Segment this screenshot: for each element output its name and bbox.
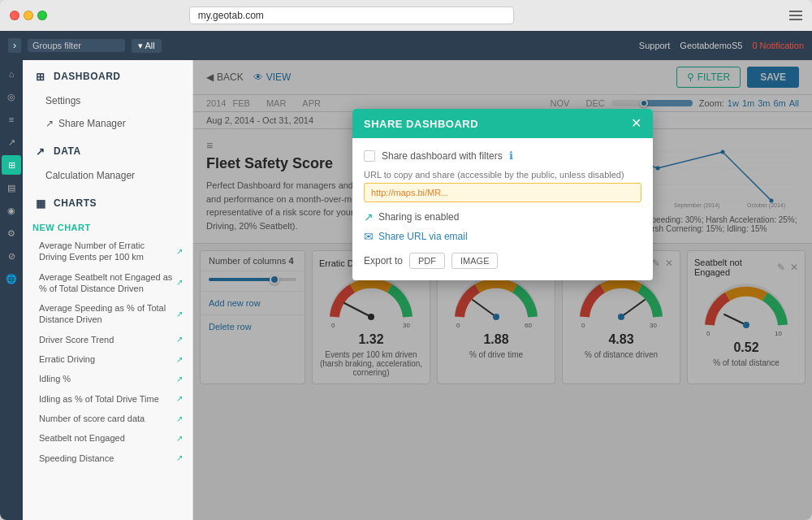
calc-label: Calculation Manager — [45, 170, 135, 181]
modal-overlay[interactable]: SHARE DASHBOARD ✕ Share dashboard with f… — [193, 60, 812, 520]
filter-all-btn[interactable]: ▾ All — [132, 39, 162, 53]
chart-idling-pct-label: Idling as % of Total Drive Time — [39, 393, 176, 405]
chart-seatbelt-ne-label: Seatbelt not Engaged — [39, 432, 176, 444]
export-label: Export to — [364, 255, 403, 266]
dot-yellow[interactable] — [24, 11, 33, 20]
sharing-status-icon: ↗ — [364, 210, 374, 223]
chart-item-erratic-driving[interactable]: Erratic Driving ↗ — [23, 349, 192, 369]
sidebar-item-calculation[interactable]: Calculation Manager — [23, 164, 192, 187]
main-content: ◀ BACK 👁 VIEW ⚲ FILTER SAVE 2014 — [193, 60, 812, 520]
chart-item-scorecard[interactable]: Number of score card data ↗ — [23, 409, 192, 428]
dashboard-icon: ⊞ — [32, 68, 49, 84]
icon-gear[interactable]: ⚙ — [2, 223, 21, 243]
modal-close-btn[interactable]: ✕ — [631, 117, 641, 130]
dashboard-label: DASHBOARD — [54, 71, 121, 82]
chart-driver-label: Driver Score Trend — [39, 334, 176, 345]
charts-label: CHARTS — [54, 197, 97, 209]
chart-speeding-avg-icon: ↗ — [176, 309, 183, 319]
chart-item-seatbelt[interactable]: Average Seatbelt not Engaged as % of Tot… — [23, 267, 192, 299]
chart-speeding-dist-label: Speeding Distance — [39, 453, 176, 464]
chart-scorecard-label: Number of score card data — [39, 413, 176, 424]
address-bar[interactable]: my.geotab.com — [189, 6, 514, 24]
browser-menu-icon[interactable] — [789, 11, 802, 20]
chart-item-speeding-dist[interactable]: Speeding Distance ↗ — [23, 448, 192, 468]
modal-url-row: URL to copy and share (accessible by the… — [364, 170, 641, 202]
share-manager-label: Share Manager — [58, 118, 126, 129]
chart-erratic-icon: ↗ — [176, 246, 183, 257]
data-icon: ↗ — [32, 143, 49, 159]
notifications-badge[interactable]: 0 Notification — [752, 41, 804, 50]
share-email-row[interactable]: ✉ Share URL via email — [364, 230, 641, 243]
dot-red[interactable] — [10, 11, 19, 20]
chart-driver-icon: ↗ — [176, 334, 183, 344]
url-label: URL to copy and share (accessible by the… — [364, 170, 641, 180]
charts-section-header: ▦ CHARTS — [23, 187, 192, 216]
sidebar-icons: ⌂ ◎ ≡ ↗ ⊞ ▤ ◉ ⚙ ⊘ 🌐 — [0, 60, 23, 520]
export-pdf-btn[interactable]: PDF — [409, 253, 445, 269]
dot-green[interactable] — [37, 11, 47, 20]
chart-erratic-driving-label: Erratic Driving — [39, 353, 176, 365]
modal-header: SHARE DASHBOARD ✕ — [352, 109, 653, 138]
chart-idling-label: Idling % — [39, 373, 176, 384]
browser-dots — [10, 11, 47, 20]
dashboard-section-header: ⊞ DASHBOARD — [23, 60, 192, 89]
share-filters-row: Share dashboard with filters ℹ — [364, 150, 641, 162]
icon-data[interactable]: ▤ — [2, 178, 21, 197]
chart-item-idling[interactable]: Idling % ↗ — [23, 369, 192, 388]
username: GeotabdemoS5 — [680, 41, 742, 50]
sidebar-item-share-manager[interactable]: ↗ Share Manager — [23, 112, 192, 135]
app-container: ⌂ ◎ ≡ ↗ ⊞ ▤ ◉ ⚙ ⊘ 🌐 ⊞ DASHBOARD Settings… — [0, 60, 812, 520]
chart-idling-pct-icon: ↗ — [176, 393, 183, 404]
chart-item-driver-score[interactable]: Driver Score Trend ↗ — [23, 330, 192, 349]
chart-erratic-driving-icon: ↗ — [176, 354, 183, 365]
share-filters-checkbox[interactable] — [364, 150, 375, 162]
support-link[interactable]: Support — [639, 41, 671, 50]
data-label: DATA — [54, 145, 81, 157]
data-section-header: ↗ DATA — [23, 135, 192, 164]
icon-chart[interactable]: ◎ — [2, 87, 21, 106]
chart-speeding-dist-icon: ↗ — [176, 453, 183, 463]
icon-share[interactable]: ↗ — [2, 132, 21, 152]
sidebar-menu: ⊞ DASHBOARD Settings ↗ Share Manager ↗ D… — [23, 60, 193, 520]
share-icon: ↗ — [45, 118, 54, 129]
info-icon[interactable]: ℹ — [509, 150, 513, 162]
sharing-status: ↗ Sharing is enabled — [364, 210, 641, 223]
icon-circle[interactable]: ◉ — [2, 201, 21, 220]
top-nav: › Groups filter ▾ All Support Geotabdemo… — [0, 31, 812, 60]
sidebar-item-settings[interactable]: Settings — [23, 89, 192, 112]
icon-bars[interactable]: ≡ — [2, 110, 21, 129]
groups-filter-input[interactable]: Groups filter — [28, 39, 125, 52]
share-filters-label: Share dashboard with filters — [382, 150, 503, 162]
icon-globe[interactable]: 🌐 — [2, 269, 21, 288]
export-image-btn[interactable]: IMAGE — [451, 253, 498, 269]
chart-seatbelt-icon: ↗ — [176, 277, 183, 288]
share-email-label: Share URL via email — [378, 231, 468, 242]
icon-ban[interactable]: ⊘ — [2, 246, 21, 266]
icon-home[interactable]: ⌂ — [2, 64, 21, 84]
charts-icon: ▦ — [32, 195, 49, 211]
chart-seatbelt-ne-icon: ↗ — [176, 433, 183, 444]
icon-dashboard-active[interactable]: ⊞ — [2, 155, 21, 175]
url-box[interactable]: http://maps.bi/MR... — [364, 183, 641, 202]
new-chart-label[interactable]: NEW CHART — [23, 216, 192, 236]
settings-label: Settings — [45, 95, 80, 106]
email-icon: ✉ — [364, 230, 374, 243]
chart-scorecard-icon: ↗ — [176, 414, 183, 424]
top-nav-right: Support GeotabdemoS5 0 Notification — [639, 41, 804, 50]
chart-item-erratic[interactable]: Average Number of Erratic Driving Events… — [23, 236, 192, 267]
modal-export-row: Export to PDF IMAGE — [364, 253, 641, 269]
sharing-status-label: Sharing is enabled — [378, 211, 459, 223]
modal-title: SHARE DASHBOARD — [364, 118, 478, 130]
chart-item-speeding-avg[interactable]: Average Speeding as % of Total Distance … — [23, 298, 192, 330]
chart-erratic-label: Average Number of Erratic Driving Events… — [39, 240, 176, 263]
chart-item-idling-pct[interactable]: Idling as % of Total Drive Time ↗ — [23, 389, 192, 409]
chart-item-seatbelt-ne[interactable]: Seatbelt not Engaged ↗ — [23, 428, 192, 448]
nav-arrow[interactable]: › — [8, 38, 21, 53]
share-dashboard-modal: SHARE DASHBOARD ✕ Share dashboard with f… — [352, 109, 653, 280]
chart-idling-icon: ↗ — [176, 374, 183, 384]
chart-speeding-avg-label: Average Speeding as % of Total Distance … — [39, 302, 176, 326]
chart-seatbelt-label: Average Seatbelt not Engaged as % of Tot… — [39, 271, 176, 295]
modal-body: Share dashboard with filters ℹ URL to co… — [352, 138, 653, 280]
